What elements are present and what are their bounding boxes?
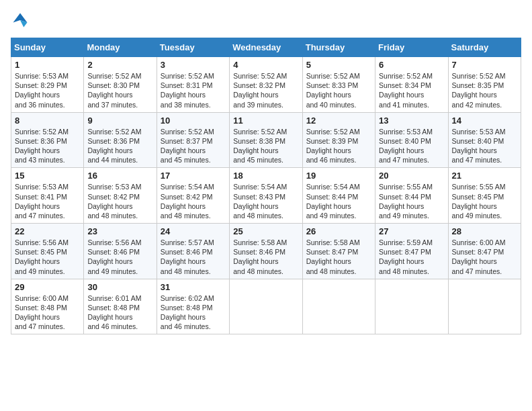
col-header-wednesday: Wednesday xyxy=(230,38,302,57)
day-number: 31 xyxy=(161,282,226,292)
day-number: 13 xyxy=(379,116,444,126)
col-header-tuesday: Tuesday xyxy=(157,38,229,57)
day-info: Sunrise: 5:57 AM Sunset: 8:46 PM Dayligh… xyxy=(161,238,226,276)
day-number: 3 xyxy=(161,60,226,70)
calendar-week-4: 22 Sunrise: 5:56 AM Sunset: 8:45 PM Dayl… xyxy=(11,224,521,279)
day-number: 5 xyxy=(306,60,371,70)
calendar-week-5: 29 Sunrise: 6:00 AM Sunset: 8:48 PM Dayl… xyxy=(11,279,521,334)
day-number: 17 xyxy=(161,171,226,181)
day-number: 1 xyxy=(15,60,80,70)
day-info: Sunrise: 5:52 AM Sunset: 8:36 PM Dayligh… xyxy=(87,127,152,165)
logo-icon xyxy=(11,11,30,30)
calendar-cell: 11 Sunrise: 5:52 AM Sunset: 8:38 PM Dayl… xyxy=(230,112,302,168)
day-number: 30 xyxy=(87,282,152,292)
calendar-cell: 31 Sunrise: 6:02 AM Sunset: 8:48 PM Dayl… xyxy=(157,279,229,334)
day-number: 24 xyxy=(161,226,226,236)
day-number: 26 xyxy=(306,226,371,236)
calendar-cell: 4 Sunrise: 5:52 AM Sunset: 8:32 PM Dayli… xyxy=(230,57,302,113)
day-info: Sunrise: 5:55 AM Sunset: 8:44 PM Dayligh… xyxy=(379,182,444,220)
calendar-week-2: 8 Sunrise: 5:52 AM Sunset: 8:36 PM Dayli… xyxy=(11,112,521,168)
calendar-cell: 9 Sunrise: 5:52 AM Sunset: 8:36 PM Dayli… xyxy=(84,112,157,168)
calendar-cell: 22 Sunrise: 5:56 AM Sunset: 8:45 PM Dayl… xyxy=(11,224,84,279)
day-number: 15 xyxy=(15,171,80,181)
col-header-thursday: Thursday xyxy=(302,38,375,57)
calendar-cell: 7 Sunrise: 5:52 AM Sunset: 8:35 PM Dayli… xyxy=(448,57,521,113)
calendar-cell: 23 Sunrise: 5:56 AM Sunset: 8:46 PM Dayl… xyxy=(84,224,157,279)
calendar-cell: 29 Sunrise: 6:00 AM Sunset: 8:48 PM Dayl… xyxy=(11,279,84,334)
calendar-cell: 2 Sunrise: 5:52 AM Sunset: 8:30 PM Dayli… xyxy=(84,57,157,113)
day-number: 19 xyxy=(306,171,371,181)
calendar-cell: 15 Sunrise: 5:53 AM Sunset: 8:41 PM Dayl… xyxy=(11,168,84,224)
calendar-cell: 28 Sunrise: 6:00 AM Sunset: 8:47 PM Dayl… xyxy=(448,224,521,279)
day-info: Sunrise: 5:55 AM Sunset: 8:45 PM Dayligh… xyxy=(452,182,517,220)
calendar-cell: 21 Sunrise: 5:55 AM Sunset: 8:45 PM Dayl… xyxy=(448,168,521,224)
day-number: 18 xyxy=(233,171,298,181)
col-header-monday: Monday xyxy=(84,38,157,57)
calendar-cell xyxy=(448,279,521,334)
day-info: Sunrise: 5:52 AM Sunset: 8:34 PM Dayligh… xyxy=(379,71,444,109)
day-info: Sunrise: 5:53 AM Sunset: 8:29 PM Dayligh… xyxy=(15,71,80,109)
day-info: Sunrise: 6:00 AM Sunset: 8:48 PM Dayligh… xyxy=(15,293,80,332)
day-info: Sunrise: 5:52 AM Sunset: 8:39 PM Dayligh… xyxy=(306,127,371,165)
day-info: Sunrise: 5:52 AM Sunset: 8:32 PM Dayligh… xyxy=(233,71,298,109)
calendar-cell: 17 Sunrise: 5:54 AM Sunset: 8:42 PM Dayl… xyxy=(157,168,229,224)
day-info: Sunrise: 5:58 AM Sunset: 8:46 PM Dayligh… xyxy=(233,238,298,276)
day-number: 8 xyxy=(15,116,80,126)
calendar-header-row: SundayMondayTuesdayWednesdayThursdayFrid… xyxy=(11,38,521,57)
day-number: 22 xyxy=(15,226,80,236)
calendar-cell: 6 Sunrise: 5:52 AM Sunset: 8:34 PM Dayli… xyxy=(375,57,448,113)
day-number: 12 xyxy=(306,116,371,126)
calendar-cell: 1 Sunrise: 5:53 AM Sunset: 8:29 PM Dayli… xyxy=(11,57,84,113)
day-info: Sunrise: 5:56 AM Sunset: 8:46 PM Dayligh… xyxy=(87,238,152,276)
day-info: Sunrise: 6:01 AM Sunset: 8:48 PM Dayligh… xyxy=(87,293,152,332)
calendar-cell xyxy=(375,279,448,334)
day-number: 28 xyxy=(452,226,517,236)
calendar-cell xyxy=(302,279,375,334)
day-info: Sunrise: 5:52 AM Sunset: 8:36 PM Dayligh… xyxy=(15,127,80,165)
calendar-cell: 5 Sunrise: 5:52 AM Sunset: 8:33 PM Dayli… xyxy=(302,57,375,113)
calendar-cell: 13 Sunrise: 5:53 AM Sunset: 8:40 PM Dayl… xyxy=(375,112,448,168)
day-info: Sunrise: 6:00 AM Sunset: 8:47 PM Dayligh… xyxy=(452,238,517,276)
logo xyxy=(11,11,32,30)
day-number: 6 xyxy=(379,60,444,70)
calendar-cell: 24 Sunrise: 5:57 AM Sunset: 8:46 PM Dayl… xyxy=(157,224,229,279)
day-info: Sunrise: 5:56 AM Sunset: 8:45 PM Dayligh… xyxy=(15,238,80,276)
day-info: Sunrise: 5:52 AM Sunset: 8:37 PM Dayligh… xyxy=(161,127,226,165)
day-number: 11 xyxy=(233,116,298,126)
calendar-cell: 27 Sunrise: 5:59 AM Sunset: 8:47 PM Dayl… xyxy=(375,224,448,279)
calendar-cell xyxy=(230,279,302,334)
day-info: Sunrise: 5:58 AM Sunset: 8:47 PM Dayligh… xyxy=(306,238,371,276)
day-number: 25 xyxy=(233,226,298,236)
calendar-cell: 18 Sunrise: 5:54 AM Sunset: 8:43 PM Dayl… xyxy=(230,168,302,224)
col-header-saturday: Saturday xyxy=(448,38,521,57)
day-info: Sunrise: 5:52 AM Sunset: 8:31 PM Dayligh… xyxy=(161,71,226,109)
day-info: Sunrise: 5:54 AM Sunset: 8:44 PM Dayligh… xyxy=(306,182,371,220)
calendar-cell: 16 Sunrise: 5:53 AM Sunset: 8:42 PM Dayl… xyxy=(84,168,157,224)
calendar-cell: 3 Sunrise: 5:52 AM Sunset: 8:31 PM Dayli… xyxy=(157,57,229,113)
day-number: 23 xyxy=(87,226,152,236)
day-number: 7 xyxy=(452,60,517,70)
day-info: Sunrise: 5:53 AM Sunset: 8:40 PM Dayligh… xyxy=(379,127,444,165)
day-info: Sunrise: 5:54 AM Sunset: 8:42 PM Dayligh… xyxy=(161,182,226,220)
col-header-sunday: Sunday xyxy=(11,38,84,57)
day-info: Sunrise: 5:53 AM Sunset: 8:40 PM Dayligh… xyxy=(452,127,517,165)
day-number: 16 xyxy=(87,171,152,181)
day-number: 27 xyxy=(379,226,444,236)
calendar-body: 1 Sunrise: 5:53 AM Sunset: 8:29 PM Dayli… xyxy=(11,57,521,334)
col-header-friday: Friday xyxy=(375,38,448,57)
day-info: Sunrise: 5:53 AM Sunset: 8:42 PM Dayligh… xyxy=(87,182,152,220)
calendar-week-1: 1 Sunrise: 5:53 AM Sunset: 8:29 PM Dayli… xyxy=(11,57,521,113)
calendar-cell: 8 Sunrise: 5:52 AM Sunset: 8:36 PM Dayli… xyxy=(11,112,84,168)
day-number: 4 xyxy=(233,60,298,70)
day-number: 21 xyxy=(452,171,517,181)
day-info: Sunrise: 5:54 AM Sunset: 8:43 PM Dayligh… xyxy=(233,182,298,220)
day-info: Sunrise: 5:52 AM Sunset: 8:38 PM Dayligh… xyxy=(233,127,298,165)
calendar-cell: 19 Sunrise: 5:54 AM Sunset: 8:44 PM Dayl… xyxy=(302,168,375,224)
calendar-cell: 26 Sunrise: 5:58 AM Sunset: 8:47 PM Dayl… xyxy=(302,224,375,279)
day-number: 20 xyxy=(379,171,444,181)
calendar-cell: 10 Sunrise: 5:52 AM Sunset: 8:37 PM Dayl… xyxy=(157,112,229,168)
calendar-week-3: 15 Sunrise: 5:53 AM Sunset: 8:41 PM Dayl… xyxy=(11,168,521,224)
calendar-cell: 30 Sunrise: 6:01 AM Sunset: 8:48 PM Dayl… xyxy=(84,279,157,334)
calendar-table: SundayMondayTuesdayWednesdayThursdayFrid… xyxy=(11,38,521,334)
day-info: Sunrise: 5:52 AM Sunset: 8:35 PM Dayligh… xyxy=(452,71,517,109)
